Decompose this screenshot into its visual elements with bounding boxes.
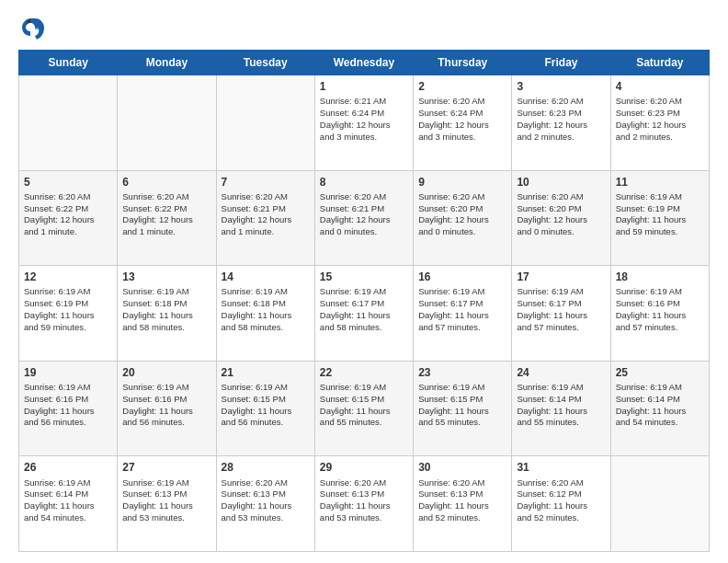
- calendar-cell: 5Sunrise: 6:20 AMSunset: 6:22 PMDaylight…: [19, 170, 118, 266]
- calendar-cell: 31Sunrise: 6:20 AMSunset: 6:12 PMDayligh…: [512, 456, 610, 552]
- calendar-cell: 24Sunrise: 6:19 AMSunset: 6:14 PMDayligh…: [512, 361, 610, 456]
- day-number: 2: [418, 79, 506, 94]
- calendar-cell: 22Sunrise: 6:19 AMSunset: 6:15 PMDayligh…: [314, 361, 413, 456]
- calendar-cell: 26Sunrise: 6:19 AMSunset: 6:14 PMDayligh…: [19, 456, 118, 552]
- calendar-cell: 16Sunrise: 6:19 AMSunset: 6:17 PMDayligh…: [414, 266, 512, 362]
- header: [18, 15, 710, 40]
- calendar-week-row: 5Sunrise: 6:20 AMSunset: 6:22 PMDaylight…: [19, 170, 710, 266]
- logo: [18, 15, 48, 40]
- calendar-cell: 18Sunrise: 6:19 AMSunset: 6:16 PMDayligh…: [610, 266, 709, 362]
- day-number: 13: [122, 270, 210, 284]
- calendar-cell: 9Sunrise: 6:20 AMSunset: 6:20 PMDaylight…: [414, 170, 512, 266]
- day-number: 30: [418, 460, 506, 475]
- day-number: 7: [222, 175, 310, 190]
- day-number: 14: [222, 270, 310, 284]
- weekday-header-row: SundayMondayTuesdayWednesdayThursdayFrid…: [19, 51, 710, 75]
- calendar-cell: [118, 75, 216, 171]
- calendar-cell: 13Sunrise: 6:19 AMSunset: 6:18 PMDayligh…: [118, 266, 216, 362]
- calendar-cell: 17Sunrise: 6:19 AMSunset: 6:17 PMDayligh…: [512, 266, 610, 362]
- calendar-week-row: 26Sunrise: 6:19 AMSunset: 6:14 PMDayligh…: [19, 456, 710, 552]
- day-number: 25: [616, 365, 704, 380]
- day-number: 18: [616, 270, 704, 284]
- day-number: 23: [418, 365, 506, 380]
- day-number: 31: [517, 460, 605, 475]
- calendar-cell: 21Sunrise: 6:19 AMSunset: 6:15 PMDayligh…: [216, 361, 314, 456]
- calendar-cell: 7Sunrise: 6:20 AMSunset: 6:21 PMDaylight…: [216, 170, 314, 266]
- calendar-cell: 15Sunrise: 6:19 AMSunset: 6:17 PMDayligh…: [314, 266, 413, 362]
- day-number: 22: [320, 365, 408, 380]
- calendar-cell: 11Sunrise: 6:19 AMSunset: 6:19 PMDayligh…: [610, 170, 709, 266]
- day-number: 11: [616, 175, 704, 190]
- calendar-cell: 6Sunrise: 6:20 AMSunset: 6:22 PMDaylight…: [118, 170, 216, 266]
- day-number: 29: [320, 460, 408, 475]
- day-number: 8: [320, 175, 408, 190]
- page: SundayMondayTuesdayWednesdayThursdayFrid…: [0, 0, 728, 563]
- calendar-table: SundayMondayTuesdayWednesdayThursdayFrid…: [18, 50, 710, 552]
- day-number: 4: [616, 79, 704, 94]
- calendar-cell: [216, 75, 314, 171]
- calendar-cell: [19, 75, 118, 171]
- day-number: 15: [320, 270, 408, 284]
- day-number: 19: [24, 365, 112, 380]
- calendar-cell: 8Sunrise: 6:20 AMSunset: 6:21 PMDaylight…: [314, 170, 413, 266]
- calendar-cell: 20Sunrise: 6:19 AMSunset: 6:16 PMDayligh…: [118, 361, 216, 456]
- day-number: 21: [222, 365, 310, 380]
- calendar-cell: 10Sunrise: 6:20 AMSunset: 6:20 PMDayligh…: [512, 170, 610, 266]
- day-number: 28: [222, 460, 310, 475]
- calendar-cell: 1Sunrise: 6:21 AMSunset: 6:24 PMDaylight…: [314, 75, 413, 171]
- day-number: 17: [517, 270, 605, 284]
- day-number: 26: [24, 460, 112, 475]
- day-number: 5: [24, 175, 112, 190]
- weekday-header-friday: Friday: [512, 51, 610, 75]
- day-number: 12: [24, 270, 112, 284]
- calendar-week-row: 12Sunrise: 6:19 AMSunset: 6:19 PMDayligh…: [19, 266, 710, 362]
- calendar-week-row: 1Sunrise: 6:21 AMSunset: 6:24 PMDaylight…: [19, 75, 710, 171]
- calendar-cell: 3Sunrise: 6:20 AMSunset: 6:23 PMDaylight…: [512, 75, 610, 171]
- calendar-week-row: 19Sunrise: 6:19 AMSunset: 6:16 PMDayligh…: [19, 361, 710, 456]
- calendar-cell: [610, 456, 709, 552]
- calendar-cell: 29Sunrise: 6:20 AMSunset: 6:13 PMDayligh…: [314, 456, 413, 552]
- day-number: 6: [122, 175, 210, 190]
- calendar-cell: 30Sunrise: 6:20 AMSunset: 6:13 PMDayligh…: [414, 456, 512, 552]
- calendar-cell: 14Sunrise: 6:19 AMSunset: 6:18 PMDayligh…: [216, 266, 314, 362]
- day-number: 20: [122, 365, 210, 380]
- weekday-header-monday: Monday: [118, 51, 216, 75]
- day-number: 10: [517, 175, 605, 190]
- day-number: 16: [418, 270, 506, 284]
- day-number: 24: [517, 365, 605, 380]
- logo-icon: [18, 15, 44, 40]
- day-number: 9: [418, 175, 506, 190]
- weekday-header-tuesday: Tuesday: [216, 51, 314, 75]
- calendar-cell: 19Sunrise: 6:19 AMSunset: 6:16 PMDayligh…: [19, 361, 118, 456]
- calendar-cell: 4Sunrise: 6:20 AMSunset: 6:23 PMDaylight…: [610, 75, 709, 171]
- day-number: 27: [122, 460, 210, 475]
- weekday-header-sunday: Sunday: [19, 51, 118, 75]
- weekday-header-thursday: Thursday: [414, 51, 512, 75]
- calendar-cell: 2Sunrise: 6:20 AMSunset: 6:24 PMDaylight…: [414, 75, 512, 171]
- calendar-cell: 12Sunrise: 6:19 AMSunset: 6:19 PMDayligh…: [19, 266, 118, 362]
- weekday-header-wednesday: Wednesday: [314, 51, 413, 75]
- day-number: 3: [517, 79, 605, 94]
- calendar-cell: 23Sunrise: 6:19 AMSunset: 6:15 PMDayligh…: [414, 361, 512, 456]
- calendar-cell: 28Sunrise: 6:20 AMSunset: 6:13 PMDayligh…: [216, 456, 314, 552]
- calendar-cell: 27Sunrise: 6:19 AMSunset: 6:13 PMDayligh…: [118, 456, 216, 552]
- weekday-header-saturday: Saturday: [610, 51, 709, 75]
- calendar-cell: 25Sunrise: 6:19 AMSunset: 6:14 PMDayligh…: [610, 361, 709, 456]
- day-number: 1: [320, 79, 408, 94]
